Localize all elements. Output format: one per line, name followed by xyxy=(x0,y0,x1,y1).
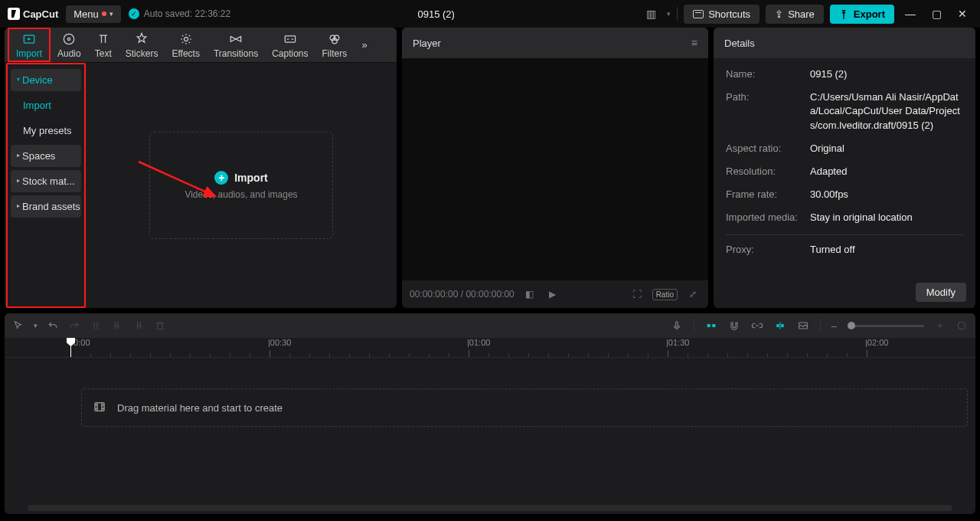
svg-rect-9 xyxy=(158,323,163,329)
media-tab-strip: Import Audio Text Stickers Effects Trans… xyxy=(5,28,397,63)
player-viewport[interactable] xyxy=(402,58,708,280)
tab-filters[interactable]: Filters xyxy=(315,28,354,62)
focus-icon[interactable]: ⛶ xyxy=(629,289,645,300)
timeline-drop-track[interactable]: Drag material here and start to create xyxy=(81,388,968,427)
player-timecode: 00:00:00:00 / 00:00:00:00 xyxy=(410,289,514,300)
shortcuts-button[interactable]: Shortcuts xyxy=(684,5,760,24)
cover-icon[interactable] xyxy=(797,319,809,332)
autosave-status: ✓ Auto saved: 22:36:22 xyxy=(129,8,230,19)
magnet-main-icon[interactable] xyxy=(705,319,717,332)
trim-left-button[interactable] xyxy=(111,319,123,332)
capcut-icon xyxy=(8,8,20,20)
media-panel: Import Audio Text Stickers Effects Trans… xyxy=(5,28,397,308)
audio-icon xyxy=(61,31,77,47)
sidebar-item-stock-materials[interactable]: ▸Stock mat... xyxy=(11,170,81,192)
details-proxy-value: Turned off xyxy=(810,243,963,257)
stickers-icon xyxy=(134,31,149,47)
details-proxy-label: Proxy: xyxy=(726,243,810,257)
redo-button[interactable] xyxy=(68,319,80,332)
shortcuts-label: Shortcuts xyxy=(708,8,750,20)
tab-audio[interactable]: Audio xyxy=(51,28,88,62)
titlebar: CapCut Menu ▾ ✓ Auto saved: 22:36:22 091… xyxy=(0,0,980,28)
close-button[interactable]: ✕ xyxy=(952,8,972,20)
player-header: Player xyxy=(413,38,441,49)
timeline-scrollbar[interactable] xyxy=(28,505,952,511)
share-label: Share xyxy=(788,8,815,20)
sidebar-item-my-presets[interactable]: My presets xyxy=(11,120,81,142)
sidebar-item-import[interactable]: Import xyxy=(11,94,81,116)
share-button[interactable]: ⇪ Share xyxy=(766,5,824,24)
record-voiceover-icon[interactable] xyxy=(671,319,683,332)
details-name-label: Name: xyxy=(726,67,810,81)
compare-icon[interactable]: ◧ xyxy=(522,289,537,300)
svg-rect-12 xyxy=(712,324,715,327)
minimize-button[interactable]: — xyxy=(900,8,920,20)
modify-button[interactable]: Modify xyxy=(916,283,966,302)
zoom-in-button[interactable]: ＋ xyxy=(935,319,945,333)
expand-icon: ▸ xyxy=(17,152,20,159)
maximize-button[interactable]: ▢ xyxy=(926,8,946,20)
selection-dropdown-icon[interactable]: ▾ xyxy=(34,322,38,329)
zoom-out-button[interactable]: – xyxy=(831,320,837,332)
ratio-button[interactable]: Ratio xyxy=(652,289,678,300)
sidebar-item-brand-assets[interactable]: ▸Brand assets xyxy=(11,195,81,218)
import-sidebar: ▾Device Import My presets ▸Spaces ▸Stock… xyxy=(6,63,86,308)
player-controls: 00:00:00:00 / 00:00:00:00 ◧ ▶ ⛶ Ratio ⤢ xyxy=(402,280,708,308)
menu-button[interactable]: Menu ▾ xyxy=(66,5,121,23)
tab-effects[interactable]: Effects xyxy=(165,28,206,62)
effects-icon xyxy=(178,31,194,47)
zoom-slider[interactable] xyxy=(848,325,924,327)
timeline-panel: ▾ – ＋ 00:00|00:30|01:00|01:30|02:00 xyxy=(5,313,975,514)
app-logo: CapCut xyxy=(8,8,58,20)
trim-right-button[interactable] xyxy=(132,319,145,332)
menu-label: Menu xyxy=(74,8,99,20)
tab-transitions[interactable]: Transitions xyxy=(207,28,265,62)
svg-point-1 xyxy=(64,34,74,44)
details-path-value: C:/Users/Usman Ali Nasir/AppData/Local/C… xyxy=(810,90,963,133)
svg-rect-13 xyxy=(776,324,779,327)
tab-captions[interactable]: Captions xyxy=(265,28,315,62)
magnet-snap-icon[interactable] xyxy=(728,319,740,332)
play-button[interactable]: ▶ xyxy=(545,289,560,300)
sidebar-item-device[interactable]: ▾Device xyxy=(11,69,81,91)
timeline-ruler[interactable]: 00:00|00:30|01:00|01:30|02:00 xyxy=(5,338,975,358)
details-aspect-label: Aspect ratio: xyxy=(726,142,810,156)
fullscreen-icon[interactable]: ⤢ xyxy=(685,289,701,300)
svg-rect-14 xyxy=(781,324,783,327)
tabs-overflow-button[interactable]: » xyxy=(354,28,375,62)
undo-button[interactable] xyxy=(47,319,59,332)
details-framerate-label: Frame rate: xyxy=(726,188,810,202)
check-icon: ✓ xyxy=(129,8,139,19)
import-drop-box[interactable]: + Import Videos, audios, and images xyxy=(149,132,333,239)
zoom-fit-button[interactable] xyxy=(956,319,968,332)
playhead[interactable] xyxy=(70,338,71,358)
svg-rect-10 xyxy=(675,322,678,327)
selection-tool-icon[interactable] xyxy=(12,319,24,332)
chevron-down-icon[interactable]: ▾ xyxy=(667,10,671,18)
delete-button[interactable] xyxy=(154,319,166,332)
split-button[interactable] xyxy=(90,319,102,332)
svg-point-16 xyxy=(958,322,965,329)
layout-icon[interactable]: ▥ xyxy=(642,5,661,23)
import-title: Import xyxy=(234,172,268,184)
timeline-tracks[interactable]: Drag material here and start to create xyxy=(5,358,975,502)
transitions-icon xyxy=(228,31,243,47)
tab-import[interactable]: Import xyxy=(8,28,51,62)
app-name: CapCut xyxy=(23,8,58,20)
chevron-down-icon: ▾ xyxy=(109,10,113,18)
export-icon: ⭱ xyxy=(839,8,849,20)
expand-icon: ▸ xyxy=(17,202,20,209)
tab-text[interactable]: Text xyxy=(88,28,119,62)
player-panel: Player ≡ 00:00:00:00 / 00:00:00:00 ◧ ▶ ⛶… xyxy=(402,28,708,308)
preview-axis-icon[interactable] xyxy=(774,319,786,332)
keyboard-icon xyxy=(693,10,704,18)
sidebar-item-spaces[interactable]: ▸Spaces xyxy=(11,145,81,167)
player-menu-icon[interactable]: ≡ xyxy=(691,37,697,49)
details-aspect-value: Original xyxy=(810,142,963,156)
details-panel: Details Name:0915 (2) Path:C:/Users/Usma… xyxy=(714,28,975,308)
import-subtitle: Videos, audios, and images xyxy=(185,189,297,200)
tab-stickers[interactable]: Stickers xyxy=(119,28,165,62)
link-icon[interactable] xyxy=(751,319,763,332)
export-button[interactable]: ⭱ Export xyxy=(830,5,894,24)
timeline-drop-hint: Drag material here and start to create xyxy=(117,402,283,414)
